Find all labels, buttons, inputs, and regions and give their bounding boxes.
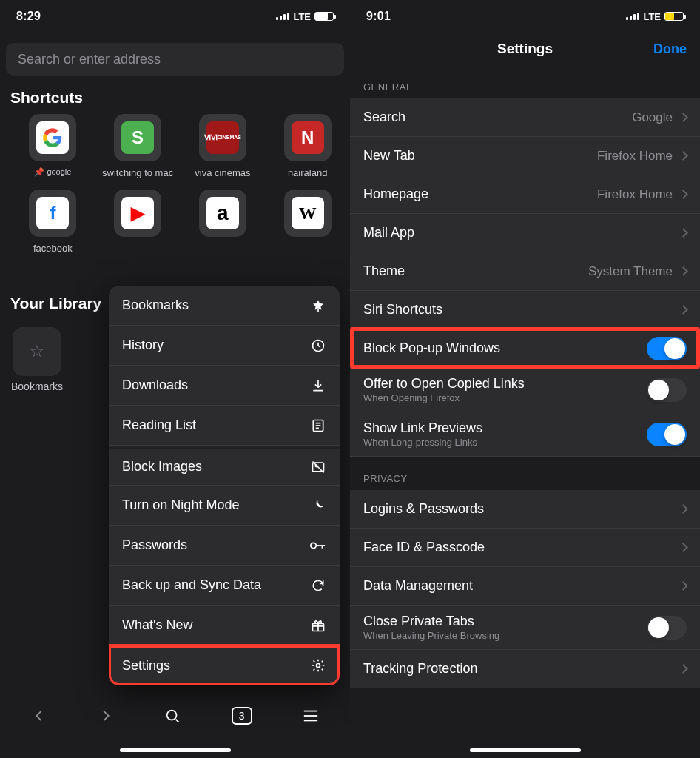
battery-icon <box>664 12 684 21</box>
forward-button[interactable] <box>98 708 114 724</box>
row-label: New Tab <box>363 148 597 164</box>
menu-item-history[interactable]: History <box>109 326 340 366</box>
download-icon <box>310 378 326 393</box>
svg-point-13 <box>317 664 320 668</box>
google-logo-icon <box>42 127 63 148</box>
settings-row-offer-to-open-copied-links[interactable]: Offer to Open Copied LinksWhen Opening F… <box>350 368 700 412</box>
page-title: Settings <box>497 41 553 57</box>
back-button[interactable] <box>31 708 47 724</box>
row-label: Face ID & Passcode <box>363 540 680 555</box>
row-label: Data Management <box>363 578 680 594</box>
chevron-right-icon <box>679 113 688 122</box>
key-icon <box>310 541 326 550</box>
menu-item-downloads[interactable]: Downloads <box>109 366 340 406</box>
shortcut-google[interactable]: 📌 google <box>10 114 95 190</box>
shortcut-viva-cinemas[interactable]: ⅥⅥCINEMAS viva cinemas <box>181 114 266 190</box>
shortcut-label: switching to mac <box>95 167 181 190</box>
row-label: Tracking Protection <box>363 661 680 677</box>
star-outline-icon: ☆ <box>30 342 44 361</box>
chevron-right-icon <box>679 581 688 591</box>
row-label: Close Private TabsWhen Leaving Private B… <box>363 614 647 641</box>
menu-item-passwords[interactable]: Passwords <box>109 526 340 566</box>
menu-item-block-images[interactable]: Block Images <box>109 446 340 486</box>
shortcut-wikipedia[interactable]: W <box>265 190 350 265</box>
toggle-switch[interactable] <box>647 423 687 446</box>
menu-item-bookmarks[interactable]: Bookmarks <box>109 286 340 326</box>
chevron-right-icon <box>679 543 688 552</box>
address-bar[interactable]: Search or enter address <box>6 43 344 76</box>
sync-icon <box>310 578 326 593</box>
menu-label: Reading List <box>122 417 196 433</box>
no-image-icon <box>310 460 326 474</box>
settings-row-theme[interactable]: ThemeSystem Theme <box>350 252 700 291</box>
settings-row-face-id-passcode[interactable]: Face ID & Passcode <box>350 529 700 567</box>
chevron-right-icon <box>679 151 688 161</box>
shortcut-label: facebook <box>10 243 95 265</box>
menu-label: Downloads <box>122 378 188 393</box>
shortcut-amazon[interactable]: a <box>181 190 266 265</box>
menu-label: Turn on Night Mode <box>122 497 239 513</box>
status-bar: 8:29 LTE <box>0 0 350 33</box>
toggle-switch[interactable] <box>647 616 687 640</box>
reading-list-icon <box>310 418 326 433</box>
toggle-switch[interactable] <box>647 337 687 360</box>
group-header: GENERAL <box>350 65 700 98</box>
row-label: Block Pop-up Windows <box>363 341 647 356</box>
library-label: Bookmarks <box>11 380 63 392</box>
row-label: Search <box>363 110 632 125</box>
shortcut-facebook[interactable]: f facebook <box>10 190 95 265</box>
signal-icon <box>626 13 639 20</box>
settings-list[interactable]: GENERALSearchGoogleNew TabFirefox HomeHo… <box>350 65 700 758</box>
row-label: Siri Shortcuts <box>363 302 680 318</box>
settings-row-show-link-previews[interactable]: Show Link PreviewsWhen Long-pressing Lin… <box>350 412 700 457</box>
settings-row-tracking-protection[interactable]: Tracking Protection <box>350 650 700 688</box>
home-indicator <box>470 748 581 752</box>
settings-row-data-management[interactable]: Data Management <box>350 567 700 606</box>
chevron-right-icon <box>679 664 688 674</box>
gift-icon <box>310 618 326 633</box>
search-button[interactable] <box>164 708 181 724</box>
right-phone-screen: 9:01 LTE Settings Done GENERALSearchGoog… <box>350 0 700 758</box>
shortcut-nairaland[interactable]: N nairaland <box>265 114 350 190</box>
settings-row-new-tab[interactable]: New TabFirefox Home <box>350 137 700 175</box>
settings-row-search[interactable]: SearchGoogle <box>350 98 700 137</box>
row-label: Show Link PreviewsWhen Long-pressing Lin… <box>363 420 647 448</box>
moon-icon <box>310 498 326 513</box>
menu-item-what-s-new[interactable]: What's New <box>109 606 340 645</box>
home-indicator <box>120 748 231 752</box>
settings-row-logins-passwords[interactable]: Logins & Passwords <box>350 490 700 529</box>
row-value: Firefox Home <box>597 149 673 164</box>
group-header: PRIVACY <box>350 457 700 490</box>
status-bar: 9:01 LTE <box>350 0 700 33</box>
toggle-switch[interactable] <box>647 378 687 402</box>
row-value: System Theme <box>588 264 673 279</box>
menu-label: What's New <box>122 617 192 633</box>
menu-item-settings[interactable]: Settings <box>109 645 340 685</box>
tabs-button[interactable]: 3 <box>232 707 252 725</box>
done-button[interactable]: Done <box>653 41 687 57</box>
chevron-right-icon <box>679 504 688 514</box>
settings-row-mail-app[interactable]: Mail App <box>350 214 700 252</box>
menu-label: Block Images <box>122 459 202 474</box>
menu-item-back-up-and-sync-data[interactable]: Back up and Sync Data <box>109 566 340 606</box>
status-time: 9:01 <box>366 10 391 23</box>
settings-row-close-private-tabs[interactable]: Close Private TabsWhen Leaving Private B… <box>350 606 700 650</box>
row-sublabel: When Long-pressing Links <box>363 437 647 448</box>
chevron-right-icon <box>679 228 688 238</box>
star-icon <box>310 298 326 313</box>
library-bookmarks[interactable]: ☆ Bookmarks <box>7 327 67 392</box>
chevron-right-icon <box>679 190 688 199</box>
settings-row-block-pop-up-windows[interactable]: Block Pop-up Windows <box>350 329 700 368</box>
menu-button[interactable] <box>303 709 319 722</box>
clock-icon <box>310 338 326 353</box>
shortcut-switching-to-mac[interactable]: S switching to mac <box>95 114 181 190</box>
shortcuts-title: Shortcuts <box>10 89 340 107</box>
menu-item-reading-list[interactable]: Reading List <box>109 406 340 446</box>
menu-item-turn-on-night-mode[interactable]: Turn on Night Mode <box>109 486 340 526</box>
shortcut-youtube[interactable]: ▶ <box>95 190 181 265</box>
settings-row-siri-shortcuts[interactable]: Siri Shortcuts <box>350 291 700 329</box>
status-network: LTE <box>643 11 661 22</box>
row-label: Offer to Open Copied LinksWhen Opening F… <box>363 376 647 403</box>
browser-menu: BookmarksHistoryDownloadsReading ListBlo… <box>109 286 340 685</box>
settings-row-homepage[interactable]: HomepageFirefox Home <box>350 175 700 214</box>
